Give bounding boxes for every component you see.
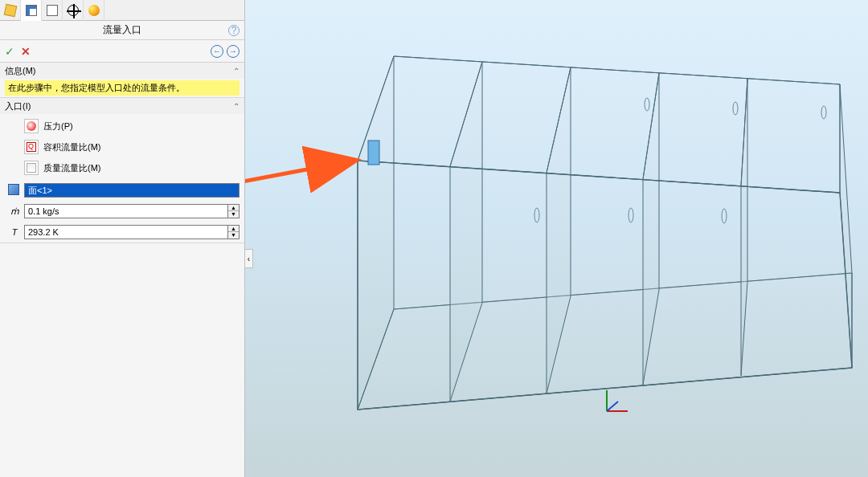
mass-flow-rate-spinner[interactable]: ▲▼ <box>228 204 240 218</box>
inlet-option-pressure[interactable]: 压力(P) <box>5 116 240 137</box>
tab-feature-manager[interactable] <box>0 0 21 21</box>
tree-icon <box>47 5 58 16</box>
orientation-triad <box>600 385 633 418</box>
section-inlet-label: 入口(I) <box>5 100 31 112</box>
tab-render[interactable] <box>84 0 104 21</box>
info-message: 在此步骤中，您指定模型入口处的流量条件。 <box>5 80 240 96</box>
vol-flow-icon <box>24 140 39 154</box>
action-row: ✓ ✕ ← → <box>0 40 244 63</box>
svg-point-18 <box>821 106 826 119</box>
selected-face-input[interactable]: 面<1> <box>24 183 240 198</box>
panel-header: 流量入口 ? <box>0 21 244 40</box>
temperature-input[interactable] <box>24 225 228 239</box>
temperature-label: T <box>5 227 24 237</box>
graphics-viewport[interactable]: ‹ <box>245 0 868 477</box>
target-icon <box>68 5 79 16</box>
cancel-button[interactable]: ✕ <box>21 45 31 58</box>
section-inlet-header[interactable]: 入口(I) ⌃ <box>0 98 244 114</box>
manager-tabstrip <box>0 0 244 21</box>
cube-icon <box>3 4 17 18</box>
svg-point-17 <box>733 102 738 115</box>
pressure-icon <box>24 119 39 133</box>
mass-flow-rate-input[interactable] <box>24 204 228 218</box>
svg-rect-19 <box>368 141 379 165</box>
chevron-up-icon: ⌃ <box>233 102 240 111</box>
tab-dimxpert[interactable] <box>63 0 84 21</box>
mass-flow-rate-row: ṁ ▲▼ <box>5 202 240 220</box>
svg-line-24 <box>607 402 618 411</box>
section-info-header[interactable]: 信息(M) ⌃ <box>0 63 244 79</box>
tab-configuration-manager[interactable] <box>42 0 63 21</box>
chevron-up-icon: ⌃ <box>233 67 240 75</box>
property-panel: 流量入口 ? ✓ ✕ ← → 信息(M) ⌃ 在此步骤中，您指定模型入口处的流量… <box>0 0 245 477</box>
section-info: 信息(M) ⌃ 在此步骤中，您指定模型入口处的流量条件。 <box>0 63 244 98</box>
prev-button[interactable]: ← <box>211 45 223 58</box>
next-button[interactable]: → <box>227 45 240 58</box>
inlet-option-mass-flow-label: 质量流量比(M) <box>43 162 101 174</box>
inlet-option-mass-flow[interactable]: 质量流量比(M) <box>5 157 240 178</box>
inlet-option-vol-flow-label: 容积流量比(M) <box>43 141 101 153</box>
tab-property-manager[interactable] <box>21 0 42 21</box>
help-button[interactable]: ? <box>228 25 240 36</box>
svg-marker-12 <box>358 56 840 193</box>
temperature-row: T ▲▼ <box>5 223 240 241</box>
mass-flow-icon <box>24 161 39 175</box>
section-info-label: 信息(M) <box>5 65 36 77</box>
grid-icon <box>26 5 37 16</box>
svg-point-13 <box>534 208 539 222</box>
model-geometry <box>245 0 868 477</box>
svg-point-15 <box>722 209 727 223</box>
section-inlet: 入口(I) ⌃ 压力(P) 容积流量比(M) 质量流量比(M) 面<1> ṁ <box>0 98 244 243</box>
selected-face-row: 面<1> <box>5 181 240 199</box>
panel-title: 流量入口 <box>103 23 141 37</box>
svg-point-14 <box>628 208 633 222</box>
svg-point-16 <box>645 98 649 111</box>
ball-icon <box>88 5 100 16</box>
inlet-option-vol-flow[interactable]: 容积流量比(M) <box>5 137 240 157</box>
face-icon <box>8 184 21 197</box>
inlet-option-pressure-label: 压力(P) <box>43 120 73 132</box>
temperature-spinner[interactable]: ▲▼ <box>228 225 240 239</box>
ok-button[interactable]: ✓ <box>5 45 14 58</box>
mass-flow-rate-label: ṁ <box>5 206 24 217</box>
